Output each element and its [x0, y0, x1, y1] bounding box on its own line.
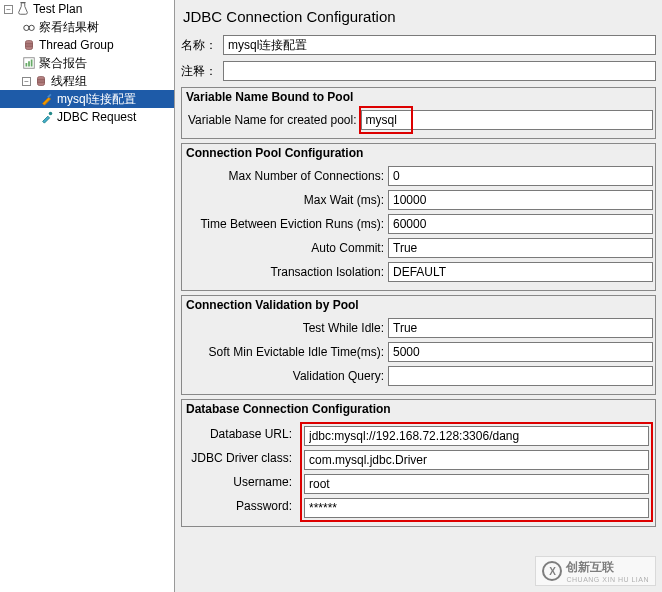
field-label: JDBC Driver class: — [184, 448, 296, 468]
watermark-text: 创新互联 — [566, 560, 614, 574]
svg-point-17 — [49, 112, 53, 116]
tree-label: Test Plan — [33, 2, 82, 16]
page-title: JDBC Connection Configuration — [181, 8, 656, 25]
section-title: Variable Name Bound to Pool — [182, 88, 655, 106]
tree-item-thread-group[interactable]: Thread Group — [0, 36, 174, 54]
name-input[interactable] — [223, 35, 656, 55]
field-label: Database URL: — [184, 424, 296, 444]
svg-rect-10 — [28, 61, 30, 66]
field-label: Test While Idle: — [184, 321, 388, 335]
var-name-label: Variable Name for created pool: — [184, 113, 361, 127]
driver-class-input[interactable] — [304, 450, 649, 470]
username-input[interactable] — [304, 474, 649, 494]
section-title: Connection Validation by Pool — [182, 296, 655, 314]
field-label: Password: — [184, 496, 296, 516]
max-conn-input[interactable] — [388, 166, 653, 186]
tree-item-label: 察看结果树 — [39, 19, 99, 36]
field-label: Max Wait (ms): — [184, 193, 388, 207]
section-validation: Connection Validation by Pool Test While… — [181, 295, 656, 395]
spool-icon — [22, 38, 36, 52]
tree-item-results[interactable]: 察看结果树 — [0, 18, 174, 36]
tree-panel: − Test Plan 察看结果树 Thread Group — [0, 0, 175, 592]
eviction-input[interactable] — [388, 214, 653, 234]
collapse-icon[interactable]: − — [22, 77, 31, 86]
var-name-input[interactable] — [361, 110, 653, 130]
comment-label: 注释： — [181, 63, 217, 80]
comment-input[interactable] — [223, 61, 656, 81]
section-title: Database Connection Configuration — [182, 400, 655, 418]
svg-rect-11 — [31, 60, 33, 67]
field-label: Auto Commit: — [184, 241, 388, 255]
field-label: Validation Query: — [184, 369, 388, 383]
section-db-conf: Database Connection Configuration Databa… — [181, 399, 656, 527]
tree-item-label: 聚合报告 — [39, 55, 87, 72]
tree-item-label: Thread Group — [39, 38, 114, 52]
svg-rect-9 — [26, 63, 28, 67]
tree-item-label: JDBC Request — [57, 110, 136, 124]
max-wait-input[interactable] — [388, 190, 653, 210]
tree-item-thread-zh[interactable]: − 线程组 — [0, 72, 174, 90]
db-url-input[interactable] — [304, 426, 649, 446]
test-idle-input[interactable] — [388, 318, 653, 338]
field-label: Time Between Eviction Runs (ms): — [184, 217, 388, 231]
field-label: Max Number of Connections: — [184, 169, 388, 183]
report-icon — [22, 56, 36, 70]
tree-item-mysql-config[interactable]: mysql连接配置 — [0, 90, 174, 108]
collapse-icon[interactable]: − — [4, 5, 13, 14]
watermark-sub: CHUANG XIN HU LIAN — [566, 576, 649, 583]
watermark-logo-icon: X — [542, 561, 562, 581]
tree-root[interactable]: − Test Plan — [0, 0, 174, 18]
name-label: 名称： — [181, 37, 217, 54]
section-var-pool: Variable Name Bound to Pool Variable Nam… — [181, 87, 656, 139]
section-pool-conf: Connection Pool Configuration Max Number… — [181, 143, 656, 291]
field-label: Transaction Isolation: — [184, 265, 388, 279]
svg-rect-0 — [20, 2, 25, 3]
flask-icon — [16, 2, 30, 16]
section-title: Connection Pool Configuration — [182, 144, 655, 162]
tx-isolation-input[interactable] — [388, 262, 653, 282]
tree-item-label: mysql连接配置 — [57, 91, 136, 108]
svg-point-2 — [29, 25, 34, 30]
tree-item-label: 线程组 — [51, 73, 87, 90]
auto-commit-input[interactable] — [388, 238, 653, 258]
soft-min-input[interactable] — [388, 342, 653, 362]
svg-point-1 — [24, 25, 29, 30]
password-input[interactable] — [304, 498, 649, 518]
tools-icon — [40, 92, 54, 106]
main-panel: JDBC Connection Configuration 名称： 注释： Va… — [175, 0, 662, 592]
field-label: Username: — [184, 472, 296, 492]
watermark: X 创新互联 CHUANG XIN HU LIAN — [535, 556, 656, 586]
glasses-icon — [22, 20, 36, 34]
spool-icon — [34, 74, 48, 88]
pipette-icon — [40, 110, 54, 124]
highlight-box — [300, 422, 653, 522]
tree-item-jdbc-request[interactable]: JDBC Request — [0, 108, 174, 126]
validation-query-input[interactable] — [388, 366, 653, 386]
field-label: Soft Min Evictable Idle Time(ms): — [184, 345, 388, 359]
tree-item-aggregate[interactable]: 聚合报告 — [0, 54, 174, 72]
